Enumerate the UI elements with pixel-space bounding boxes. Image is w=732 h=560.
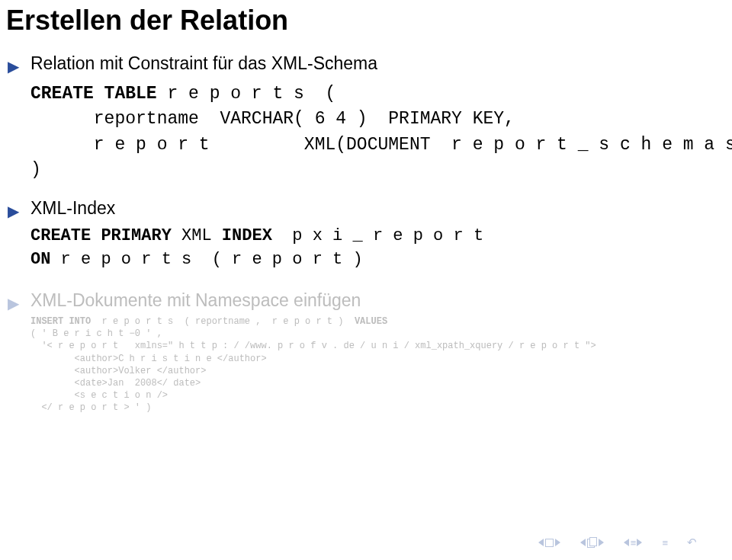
c1l1b: r e p o r t s ( <box>157 84 336 104</box>
c3l2: ( ' B e r i c h t −0 ' , <box>30 328 162 339</box>
bullet-item-3: ▶ XML-Dokumente mit Namespace einfügen I… <box>30 289 732 414</box>
c3l7: <s e c t i o n /> <box>30 390 168 401</box>
c2l1d: p x i _ r e p o r t <box>272 226 483 245</box>
kw-index: INDEX <box>212 226 272 245</box>
c1l3: r e p o r t XML(DOCUMENT r e p o r t _ s… <box>30 135 732 155</box>
item1-text: Relation mit Constraint für das XML-Sche… <box>30 53 377 73</box>
stack-icon <box>587 537 597 548</box>
triangle-bullet-icon: ▶ <box>8 201 19 222</box>
bullet-item-2: ▶ XML-Index CREATE PRIMARY XML INDEX p x… <box>30 197 732 272</box>
c3l8: </ r e p o r t > ' ) <box>30 402 151 413</box>
next-sec-icon <box>637 539 642 546</box>
lines-icon: ≡ <box>662 537 667 549</box>
frame-icon <box>545 539 554 547</box>
nav-frame[interactable] <box>538 539 560 547</box>
c3l1r: r e p o r t s ( reportname , r e p o r t… <box>91 316 355 327</box>
bullet-item-1: ▶ Relation mit Constraint für das XML-Sc… <box>30 52 732 183</box>
prev-sub-icon <box>580 539 586 546</box>
triangle-bullet-icon: ▶ <box>8 293 19 314</box>
kw-create-primary: CREATE PRIMARY <box>30 226 181 245</box>
next-sub-icon <box>599 539 604 546</box>
next-frame-icon <box>555 539 560 546</box>
c1l4: ) <box>30 160 41 180</box>
kw-create-table: CREATE TABLE <box>30 84 157 104</box>
code-create-index: CREATE PRIMARY XML INDEX p x i _ r e p o… <box>30 225 732 272</box>
main-column: Erstellen der Relation ▶ Relation mit Co… <box>0 0 732 560</box>
code-create-table: CREATE TABLE r e p o r t s ( reportname … <box>30 82 732 183</box>
c3l4: <author>C h r i s t i n e </author> <box>30 354 267 364</box>
nav-subsection[interactable] <box>580 537 604 548</box>
nav-back[interactable]: ↶ <box>687 536 697 549</box>
page-title: Erstellen der Relation <box>0 0 732 52</box>
nav-doc[interactable]: ≡ <box>662 537 667 549</box>
item2-text: XML-Index <box>30 198 115 218</box>
c3l3: '< r e p o r t xmlns=" h t t p : / /www.… <box>30 341 596 351</box>
kw-on: ON <box>30 250 50 269</box>
nav-section[interactable]: ≡ <box>624 537 643 549</box>
c3l5: <author>Volker </author> <box>30 366 206 376</box>
item3-text: XML-Dokumente mit Namespace einfügen <box>30 290 361 310</box>
lines-icon: ≡ <box>631 537 636 549</box>
triangle-bullet-icon: ▶ <box>8 56 19 77</box>
c3l6: <date>Jan 2008</ date> <box>30 378 201 389</box>
footer-nav: ≡ ≡ ↶ <box>538 536 697 549</box>
kw-xml: XML <box>181 226 212 245</box>
c2l2b: r e p o r t s ( r e p o r t ) <box>50 250 362 269</box>
prev-frame-icon <box>538 539 544 546</box>
kw-insert: INSERT INTO <box>30 316 91 327</box>
prev-sec-icon <box>624 539 629 546</box>
code-insert: INSERT INTO r e p o r t s ( reportname ,… <box>30 315 732 414</box>
kw-values: VALUES <box>355 316 387 327</box>
c1l2: reportname VARCHAR( 6 4 ) PRIMARY KEY, <box>30 109 515 129</box>
content: ▶ Relation mit Constraint für das XML-Sc… <box>0 52 732 414</box>
slide: Erstellen der Relation ▶ Relation mit Co… <box>0 0 732 560</box>
back-arrow-icon: ↶ <box>687 536 697 549</box>
